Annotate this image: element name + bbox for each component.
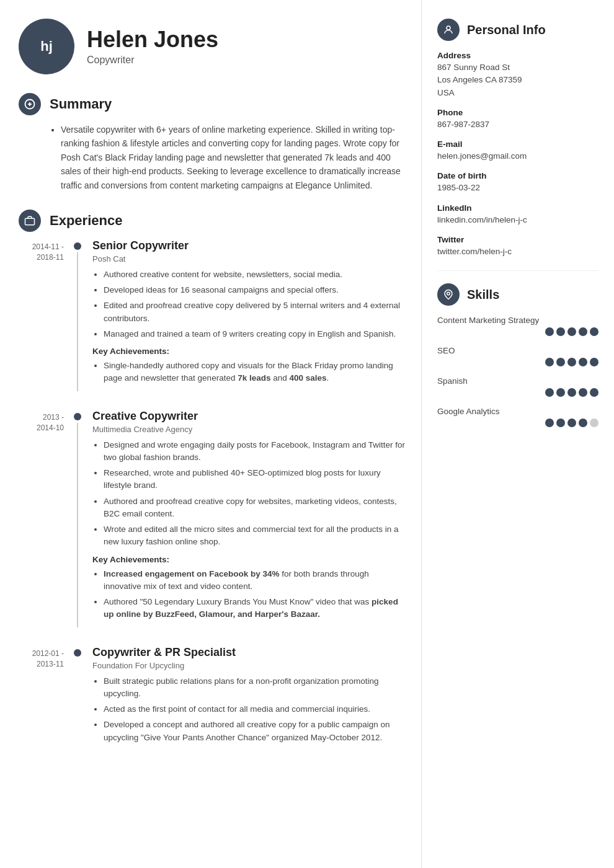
skill-name-1: Content Marketing Strategy <box>437 316 598 325</box>
dob-label: Date of birth <box>437 171 598 180</box>
skill-item-4: Google Analytics <box>437 407 598 427</box>
dot <box>567 327 576 336</box>
exp-date-2: 2013 - 2014-10 <box>19 410 71 627</box>
exp-bullets-3: Built strategic public relations plans f… <box>92 675 409 744</box>
experience-icon <box>19 210 41 232</box>
experience-item-3: 2012-01 - 2013-11 Copywriter & PR Specia… <box>19 646 409 750</box>
skill-name-3: Spanish <box>437 376 598 386</box>
experience-section: Experience 2014-11 - 2018-11 Senior Copy… <box>19 210 409 750</box>
phone-block: Phone 867-987-2837 <box>437 108 598 131</box>
exp-company-2: Multimedia Creative Agency <box>92 425 409 434</box>
exp-content-3: Copywriter & PR Specialist Foundation Fo… <box>92 646 409 750</box>
twitter-value: twitter.com/helen-j-c <box>437 246 598 258</box>
left-column: hj Helen Jones Copywriter Summary <box>0 0 422 868</box>
skill-dots-3 <box>437 388 598 397</box>
header-text: Helen Jones Copywriter <box>87 27 218 66</box>
svg-rect-3 <box>25 218 35 225</box>
exp-dot-3 <box>74 649 81 657</box>
skills-title: Skills <box>467 288 499 302</box>
exp-content-1: Senior Copywriter Posh Cat Authored crea… <box>92 239 409 391</box>
summary-header: Summary <box>19 93 409 115</box>
header-section: hj Helen Jones Copywriter <box>19 19 409 74</box>
skill-item-2: SEO <box>437 346 598 366</box>
exp-title-2: Creative Copywriter <box>92 410 409 423</box>
skill-dots-2 <box>437 358 598 366</box>
exp-company-1: Posh Cat <box>92 254 409 264</box>
exp-date-1: 2014-11 - 2018-11 <box>19 239 71 391</box>
dot-empty <box>590 418 598 427</box>
experience-item-1: 2014-11 - 2018-11 Senior Copywriter Posh… <box>19 239 409 391</box>
skill-dots-4 <box>437 418 598 427</box>
achievements-label-1: Key Achievements: <box>92 347 409 356</box>
bullet-item: Authored creative content for website, n… <box>104 268 409 281</box>
summary-section: Summary Versatile copywriter with 6+ yea… <box>19 93 409 192</box>
summary-icon <box>19 93 41 115</box>
personal-info-icon <box>437 19 460 41</box>
exp-dot-1 <box>74 242 81 250</box>
achievement-item: Increased engagement on Facebook by 34% … <box>104 568 409 593</box>
bullet-item: Acted as the first point of contact for … <box>104 703 409 715</box>
candidate-name: Helen Jones <box>87 27 218 52</box>
exp-line-1 <box>77 252 78 391</box>
dot <box>556 418 565 427</box>
dot <box>590 327 598 336</box>
twitter-block: Twitter twitter.com/helen-j-c <box>437 235 598 258</box>
bullet-item: Researched, wrote and published 40+ SEO-… <box>104 467 409 492</box>
experience-header: Experience <box>19 210 409 232</box>
bullet-item: Authored and proofread creative copy for… <box>104 495 409 521</box>
exp-dot-line-1 <box>71 239 84 391</box>
skill-item-3: Spanish <box>437 376 598 397</box>
linkedin-block: LinkedIn linkedin.com/in/helen-j-c <box>437 203 598 226</box>
dot <box>590 358 598 366</box>
exp-line-2 <box>77 423 78 627</box>
summary-text: Versatile copywriter with 6+ years of on… <box>61 123 409 192</box>
summary-title: Summary <box>50 96 112 112</box>
email-value: helen.jones@gmail.com <box>437 150 598 162</box>
address-value: 867 Sunny Road StLos Angeles CA 87359USA <box>437 61 598 99</box>
exp-bullets-2: Designed and wrote engaging daily posts … <box>92 439 409 549</box>
exp-content-2: Creative Copywriter Multimedia Creative … <box>92 410 409 627</box>
right-divider <box>437 270 598 271</box>
skill-name-2: SEO <box>437 346 598 355</box>
dot <box>567 418 576 427</box>
email-block: E-mail helen.jones@gmail.com <box>437 140 598 162</box>
dot <box>556 327 565 336</box>
bullet-item: Built strategic public relations plans f… <box>104 675 409 701</box>
dot <box>556 388 565 397</box>
bullet-item: Managed and trained a team of 9 writers … <box>104 328 409 340</box>
dot <box>579 418 587 427</box>
skills-header: Skills <box>437 283 598 306</box>
exp-dot-line-3 <box>71 646 84 750</box>
bullet-item: Wrote and edited all the micro sites and… <box>104 523 409 549</box>
avatar: hj <box>19 19 74 74</box>
phone-value: 867-987-2837 <box>437 118 598 131</box>
exp-dot-line-2 <box>71 410 84 627</box>
skill-item-1: Content Marketing Strategy <box>437 316 598 336</box>
dot <box>579 388 587 397</box>
exp-title-1: Senior Copywriter <box>92 239 409 252</box>
resume-page: hj Helen Jones Copywriter Summary <box>0 0 614 868</box>
skill-name-4: Google Analytics <box>437 407 598 416</box>
experience-title: Experience <box>50 213 122 229</box>
personal-info-header: Personal Info <box>437 19 598 41</box>
address-block: Address 867 Sunny Road StLos Angeles CA … <box>437 51 598 99</box>
address-label: Address <box>437 51 598 60</box>
twitter-label: Twitter <box>437 235 598 244</box>
achievement-item: Authored "50 Legendary Luxury Brands You… <box>104 596 409 621</box>
linkedin-label: LinkedIn <box>437 203 598 213</box>
dot <box>545 388 554 397</box>
experience-item-2: 2013 - 2014-10 Creative Copywriter Multi… <box>19 410 409 627</box>
dot <box>579 327 587 336</box>
right-column: Personal Info Address 867 Sunny Road StL… <box>422 0 614 868</box>
achievement-item: Single-handedly authored copy and visual… <box>104 360 409 385</box>
svg-point-5 <box>447 292 450 295</box>
linkedin-value: linkedin.com/in/helen-j-c <box>437 214 598 226</box>
svg-point-4 <box>447 26 450 30</box>
phone-label: Phone <box>437 108 598 117</box>
exp-achievements-2: Increased engagement on Facebook by 34% … <box>92 568 409 621</box>
dot <box>545 418 554 427</box>
exp-company-3: Foundation For Upcycling <box>92 661 409 670</box>
bullet-item: Developed ideas for 16 seasonal campaign… <box>104 284 409 296</box>
dot <box>545 327 554 336</box>
candidate-title: Copywriter <box>87 55 218 66</box>
